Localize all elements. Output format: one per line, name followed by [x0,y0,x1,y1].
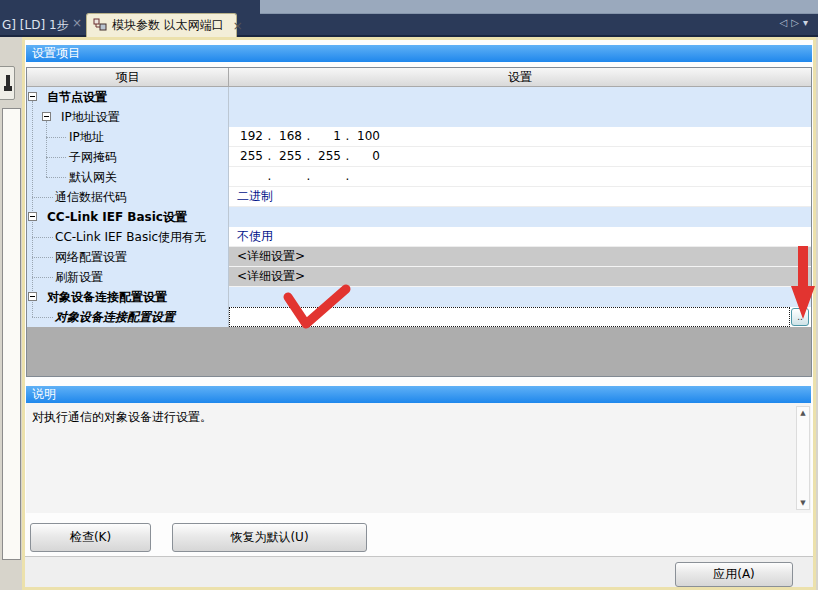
table-row[interactable]: 通信数据代码 二进制 [27,187,811,207]
table-row[interactable]: IP地址设置 [27,107,811,127]
ip-octet[interactable]: 255 [276,147,302,166]
octet-separator: . [263,167,276,186]
table-row[interactable]: 自节点设置 [27,87,811,107]
description-scrollbar[interactable]: ▲ ▼ [796,406,810,510]
row-value[interactable]: 不使用 [229,227,811,247]
row-value[interactable] [229,107,811,127]
octet-separator: . [341,167,354,186]
octet-separator: . [263,127,276,146]
table-header-row: 项目 设置 [27,68,811,87]
row-value[interactable] [229,207,811,227]
table-row[interactable]: 网络配置设置 <详细设置> [27,247,811,267]
description-panel: 对执行通信的对象设备进行设置。 ▲ ▼ [26,403,811,513]
subnet-mask-value[interactable]: 255.255.255.0 [229,147,811,167]
ip-octet[interactable]: 255 [237,147,263,166]
target-device-config-value[interactable]: <详细设置> .. [229,307,811,327]
default-gateway-value[interactable]: ... [229,167,811,187]
ip-octet[interactable]: 168 [276,127,302,146]
collapse-toggle-icon[interactable] [28,92,37,101]
apply-button[interactable]: 应用(A) [675,562,793,587]
setting-item-header: 设置项目 [26,45,812,62]
row-label: 对象设备连接配置设置 [27,287,229,307]
table-empty-area [27,327,811,376]
row-label: IP地址 [27,127,229,147]
tab-close-icon[interactable]: × [233,19,243,33]
octet-separator: . [302,167,315,186]
tool-icon [4,74,12,92]
restore-default-button[interactable]: 恢复为默认(U) [172,523,367,552]
tab-module-parameter-ethernet[interactable]: 模块参数 以太网端口 × [86,13,237,37]
description-header: 说明 [26,386,811,403]
background-toolbar-strip [260,0,818,14]
scroll-up-icon[interactable]: ▲ [797,409,809,417]
row-label: 网络配置设置 [27,247,229,267]
tab-label: 模块参数 以太网端口 [112,17,224,34]
left-dock-panel-edge [2,108,21,560]
table-row[interactable]: 子网掩码 255.255.255.0 [27,147,811,167]
module-icon [93,18,107,34]
column-header-item: 项目 [27,68,229,86]
scroll-down-icon[interactable]: ▼ [797,499,809,507]
octet-separator: . [302,127,315,146]
table-row[interactable]: 刷新设置 <详细设置> [27,267,811,287]
collapse-toggle-icon[interactable] [28,212,37,221]
ip-octet[interactable]: 0 [354,147,380,166]
octet-separator: . [263,147,276,166]
row-value[interactable] [229,87,811,107]
row-label: 对象设备连接配置设置 [27,307,229,327]
row-label: CC-Link IEF Basic设置 [27,207,229,227]
tab-ladder-editor[interactable]: G] [LD] 1步 [2,17,69,34]
tab-scroll-right-icon[interactable]: ▷ [791,17,803,28]
row-label: 刷新设置 [27,267,229,287]
focus-rectangle [229,307,790,327]
octet-separator: . [302,147,315,166]
row-label: 默认网关 [27,167,229,187]
row-label: CC-Link IEF Basic使用有无 [27,227,229,247]
row-label: 自节点设置 [27,87,229,107]
left-toolbar-button[interactable] [0,66,15,100]
table-row[interactable]: 对象设备连接配置设置 [27,287,811,307]
table-row-selected[interactable]: 对象设备连接配置设置 <详细设置> .. [27,307,811,327]
table-body: 自节点设置 IP地址设置 IP地址 192.168.1.100 子网掩码 255… [27,87,811,327]
row-value[interactable]: <详细设置> [229,267,811,287]
table-row[interactable]: CC-Link IEF Basic使用有无 不使用 [27,227,811,247]
tab-scroll-left-icon[interactable]: ◁ [780,17,792,28]
ip-octet[interactable]: 255 [315,147,341,166]
octet-separator: . [341,127,354,146]
table-row[interactable]: 默认网关 ... [27,167,811,187]
ip-octet[interactable]: 192 [237,127,263,146]
module-parameter-window: G] [LD] 1步 × 模块参数 以太网端口 × ◁▷▾ 设置项目 项目 设置 [0,0,818,590]
inactive-tab-close-icon[interactable]: × [72,16,82,30]
octet-separator: . [341,147,354,166]
row-value[interactable]: <详细设置> [229,247,811,267]
tab-scroll-controls: ◁▷▾ [780,17,812,28]
parameter-table: 项目 设置 自节点设置 IP地址设置 IP地址 192.168.1.100 子网… [26,67,812,377]
detail-setting-ellipsis-button[interactable]: .. [791,308,809,326]
table-row[interactable]: CC-Link IEF Basic设置 [27,207,811,227]
row-value[interactable]: 二进制 [229,187,811,207]
check-button[interactable]: 检查(K) [30,523,151,552]
tab-list-menu-icon[interactable]: ▾ [803,17,812,28]
collapse-toggle-icon[interactable] [28,292,37,301]
row-label: 子网掩码 [27,147,229,167]
row-value[interactable] [229,287,811,307]
collapse-toggle-icon[interactable] [42,112,51,121]
ip-octet[interactable]: 1 [315,127,341,146]
description-text: 对执行通信的对象设备进行设置。 [32,409,212,426]
column-header-setting: 设置 [229,68,811,86]
ip-address-value[interactable]: 192.168.1.100 [229,127,811,147]
row-label: IP地址设置 [27,107,229,127]
ip-octet[interactable]: 100 [354,127,380,146]
row-label: 通信数据代码 [27,187,229,207]
table-row[interactable]: IP地址 192.168.1.100 [27,127,811,147]
